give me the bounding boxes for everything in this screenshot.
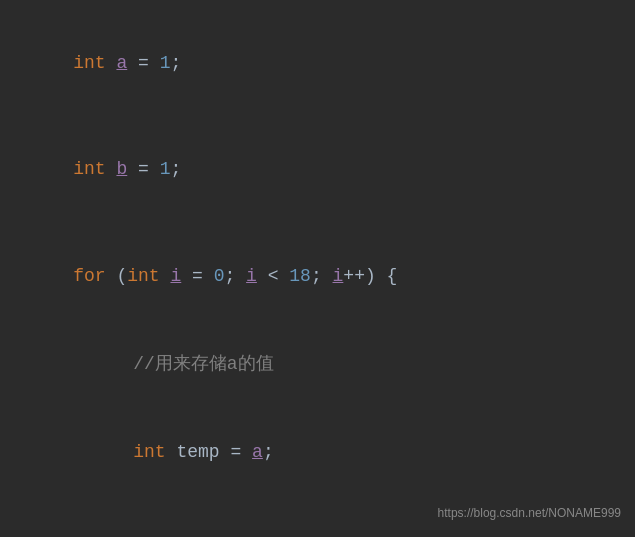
- keyword-int-2: int: [73, 159, 105, 179]
- var-b-1: b: [116, 159, 127, 179]
- watermark: https://blog.csdn.net/NONAME999: [438, 504, 621, 523]
- var-a-2: a: [252, 442, 263, 462]
- keyword-int-1: int: [73, 53, 105, 73]
- code-line-1: int a = 1;: [30, 20, 605, 106]
- code-line-2: int b = 1;: [30, 126, 605, 212]
- var-i-3: i: [333, 266, 344, 286]
- var-i-2: i: [246, 266, 257, 286]
- var-temp-1: temp: [176, 442, 219, 462]
- comment-1: //用来存储a的值: [133, 354, 273, 374]
- code-line-comment: //用来存储a的值: [30, 321, 605, 407]
- keyword-int-4: int: [133, 442, 165, 462]
- code-line-4: int temp = a;: [30, 410, 605, 496]
- keyword-for: for: [73, 266, 105, 286]
- num-18: 18: [289, 266, 311, 286]
- var-a-1: a: [116, 53, 127, 73]
- code-line-3: for (int i = 0; i < 18; i++) {: [30, 233, 605, 319]
- num-2: 1: [160, 159, 171, 179]
- num-0: 0: [214, 266, 225, 286]
- var-i-1: i: [170, 266, 181, 286]
- code-block: int a = 1; int b = 1; for (int i = 0; i …: [0, 0, 635, 537]
- keyword-int-3: int: [127, 266, 159, 286]
- num-1: 1: [160, 53, 171, 73]
